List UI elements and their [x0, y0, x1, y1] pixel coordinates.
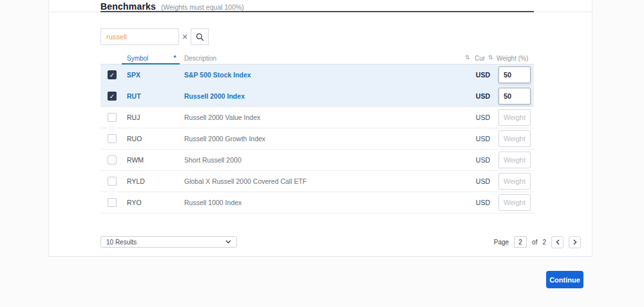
benchmarks-card: Benchmarks (Weights must equal 100%) ✕ S…	[48, 0, 592, 257]
close-icon: ✕	[182, 33, 187, 41]
description-cell: Short Russell 2000	[184, 150, 242, 171]
sort-icon-cur[interactable]: ⇅	[465, 54, 470, 61]
symbol-cell: RUT	[127, 86, 141, 107]
description-cell: Russell 2000 Index	[184, 86, 245, 107]
table-row[interactable]: RYLD Global X Russell 2000 Covered Call …	[100, 171, 534, 192]
results-per-page-select[interactable]: 10 Results	[100, 236, 237, 248]
description-cell: S&P 500 Stock Index	[184, 64, 251, 86]
prev-page-button[interactable]	[551, 236, 564, 248]
row-checkbox[interactable]	[108, 113, 117, 122]
next-page-button[interactable]	[569, 236, 581, 248]
sort-icon-weight[interactable]: ⇅	[488, 54, 493, 61]
currency-cell: USD	[461, 171, 490, 192]
table-row[interactable]: RUJ Russell 2000 Value Index USD	[100, 107, 534, 128]
sort-ascending-icon: ▲	[173, 54, 177, 58]
clear-search-button[interactable]: ✕	[179, 28, 191, 45]
description-cell: Russell 2000 Value Index	[184, 107, 260, 128]
symbol-cell: RYLD	[127, 171, 145, 192]
column-header-symbol[interactable]: Symbol	[127, 55, 148, 62]
description-cell: Russell 1000 Index	[184, 192, 242, 213]
weight-input[interactable]	[498, 66, 531, 83]
description-cell: Global X Russell 2000 Covered Call ETF	[184, 171, 307, 192]
currency-cell: USD	[461, 64, 490, 86]
symbol-cell: RUJ	[127, 107, 140, 128]
chevron-down-icon	[225, 240, 231, 244]
pagination: Page of 2	[494, 235, 581, 248]
results-per-page-value: 10 Results	[106, 239, 137, 246]
row-checkbox[interactable]	[108, 177, 117, 186]
column-header-cur[interactable]: Cur	[475, 55, 485, 62]
table-row[interactable]: ✓ RUT Russell 2000 Index USD	[100, 86, 534, 107]
weight-input[interactable]	[498, 152, 531, 168]
description-cell: Russell 2000 Growth Index	[184, 128, 265, 150]
weight-input[interactable]	[498, 130, 531, 147]
search-input[interactable]	[101, 33, 178, 41]
page-input[interactable]	[514, 236, 527, 248]
symbol-cell: RYO	[127, 192, 142, 213]
table-row[interactable]: RWM Short Russell 2000 USD	[100, 150, 534, 171]
row-checkbox[interactable]	[108, 198, 117, 207]
table-row[interactable]: RYO Russell 1000 Index USD	[100, 192, 534, 213]
currency-cell: USD	[461, 150, 490, 171]
currency-cell: USD	[461, 128, 490, 150]
page-subtitle: (Weights must equal 100%)	[161, 3, 244, 11]
page-title: Benchmarks	[100, 1, 156, 12]
table-body: ✓ SPX S&P 500 Stock Index USD ✓ RUT Russ…	[100, 64, 534, 213]
page-label: Page	[494, 239, 509, 246]
weight-input[interactable]	[498, 88, 531, 104]
search-box	[100, 28, 179, 45]
weight-input[interactable]	[498, 194, 531, 211]
total-pages: 2	[542, 239, 546, 246]
column-header-weight[interactable]: Weight (%)	[497, 55, 528, 62]
row-checkbox[interactable]	[108, 155, 117, 164]
weight-input[interactable]	[498, 109, 531, 126]
chevron-left-icon	[556, 239, 560, 245]
column-header-description[interactable]: Description	[184, 55, 216, 62]
search-button[interactable]	[191, 28, 209, 45]
symbol-cell: RUO	[127, 128, 142, 150]
currency-cell: USD	[461, 86, 490, 107]
chevron-right-icon	[573, 239, 577, 245]
symbol-cell: SPX	[127, 64, 140, 86]
heading-row: Benchmarks (Weights must equal 100%)	[100, 1, 244, 12]
row-checkbox[interactable]	[108, 134, 117, 143]
table-row[interactable]: RUO Russell 2000 Growth Index USD	[100, 128, 534, 150]
table-header: Symbol ▲ Description ⇅ Cur ⇅ Weight (%)	[100, 54, 534, 64]
currency-cell: USD	[461, 192, 490, 213]
of-label: of	[532, 239, 537, 246]
continue-button[interactable]: Continue	[546, 271, 583, 288]
weight-input[interactable]	[498, 173, 531, 190]
table-row[interactable]: ✓ SPX S&P 500 Stock Index USD	[100, 64, 534, 86]
symbol-cell: RWM	[127, 150, 144, 171]
row-checkbox[interactable]: ✓	[108, 70, 117, 79]
currency-cell: USD	[461, 107, 490, 128]
row-checkbox[interactable]: ✓	[108, 92, 117, 101]
search-icon	[196, 33, 204, 41]
